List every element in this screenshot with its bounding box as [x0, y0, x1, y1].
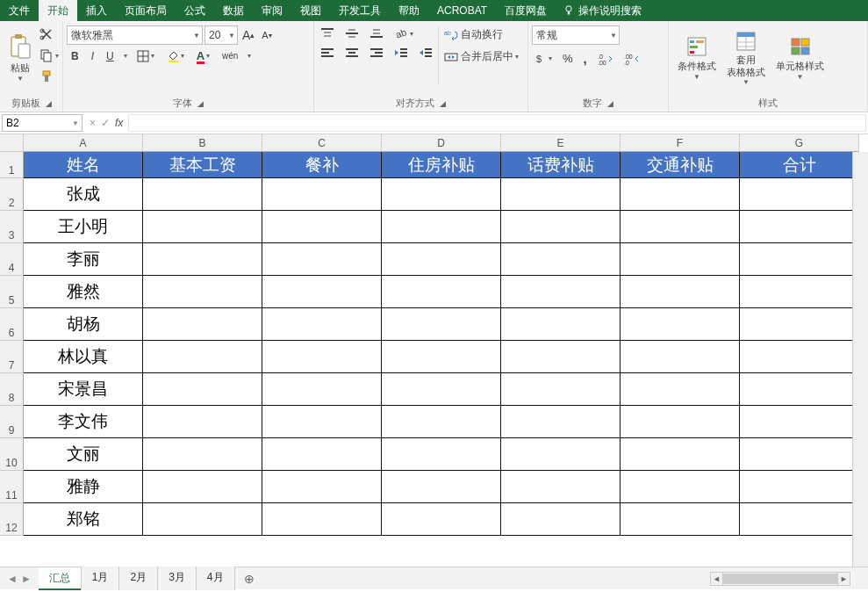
- alignment-dialog-launcher[interactable]: ◢: [440, 99, 446, 108]
- font-name-combo[interactable]: 微软雅黑▼: [67, 25, 203, 45]
- cell[interactable]: [262, 406, 382, 438]
- hscroll-thumb[interactable]: [723, 574, 837, 584]
- borders-button[interactable]: ▾: [134, 49, 157, 63]
- cell[interactable]: 李丽: [24, 243, 143, 276]
- cell[interactable]: [621, 503, 740, 536]
- menu-tab-view[interactable]: 视图: [291, 0, 330, 21]
- italic-button[interactable]: I: [89, 49, 97, 63]
- cell[interactable]: [262, 308, 382, 341]
- accounting-format-button[interactable]: $▾: [532, 52, 555, 66]
- menu-tab-devtools[interactable]: 开发工具: [330, 0, 390, 21]
- cell[interactable]: [501, 503, 621, 536]
- menu-tab-insert[interactable]: 插入: [77, 0, 116, 21]
- cell[interactable]: [501, 471, 621, 503]
- cell[interactable]: [382, 503, 501, 536]
- menu-tab-data[interactable]: 数据: [214, 0, 253, 21]
- header-cell[interactable]: 话费补贴: [501, 152, 621, 178]
- wrap-text-button[interactable]: ab自动换行: [441, 26, 521, 43]
- cell[interactable]: [621, 243, 740, 276]
- cell[interactable]: [621, 178, 740, 211]
- cell[interactable]: [143, 243, 262, 276]
- sheet-tab[interactable]: 4月: [197, 567, 235, 590]
- cell[interactable]: [740, 243, 859, 276]
- number-dialog-launcher[interactable]: ◢: [607, 99, 613, 108]
- hscroll-right[interactable]: ►: [837, 573, 850, 585]
- cell[interactable]: [501, 211, 621, 243]
- cell[interactable]: [382, 406, 501, 438]
- cell[interactable]: [262, 373, 382, 406]
- tell-me-search[interactable]: 操作说明搜索: [563, 4, 642, 18]
- paste-button[interactable]: 粘贴 ▼: [4, 23, 37, 93]
- cell[interactable]: [262, 276, 382, 308]
- col-header-B[interactable]: B: [143, 134, 262, 152]
- cell[interactable]: [262, 341, 382, 373]
- select-all-corner[interactable]: [0, 134, 24, 152]
- cell[interactable]: [501, 308, 621, 341]
- cell[interactable]: [740, 406, 859, 438]
- cell[interactable]: [740, 373, 859, 406]
- col-header-E[interactable]: E: [501, 134, 621, 152]
- sheet-tab[interactable]: 1月: [82, 567, 120, 590]
- font-size-combo[interactable]: 20▼: [204, 25, 238, 45]
- cell[interactable]: [382, 178, 501, 211]
- cell[interactable]: [621, 211, 740, 243]
- menu-tab-acrobat[interactable]: ACROBAT: [428, 0, 496, 21]
- tab-nav-next[interactable]: ►: [21, 573, 32, 585]
- cell[interactable]: [143, 341, 262, 373]
- header-cell[interactable]: 姓名: [24, 152, 143, 178]
- header-cell[interactable]: 基本工资: [143, 152, 262, 178]
- header-cell[interactable]: 住房补贴: [382, 152, 501, 178]
- cell[interactable]: [501, 373, 621, 406]
- font-color-button[interactable]: A▾: [194, 48, 212, 63]
- cell[interactable]: [143, 308, 262, 341]
- cell[interactable]: [382, 308, 501, 341]
- spreadsheet-grid[interactable]: ABCDEFG 123456789101112 姓名基本工资餐补住房补贴话费补贴…: [0, 134, 868, 567]
- clipboard-dialog-launcher[interactable]: ◢: [46, 99, 52, 108]
- merge-center-button[interactable]: 合并后居中▾: [441, 48, 521, 65]
- cell[interactable]: [501, 243, 621, 276]
- cell[interactable]: [740, 341, 859, 373]
- phonetic-button[interactable]: wén: [219, 50, 240, 61]
- row-header-1[interactable]: 1: [0, 152, 24, 178]
- menu-tab-baidu[interactable]: 百度网盘: [496, 0, 556, 21]
- row-header-2[interactable]: 2: [0, 178, 24, 211]
- comma-button[interactable]: ,: [581, 50, 590, 67]
- row-header-12[interactable]: 12: [0, 503, 24, 536]
- number-format-combo[interactable]: 常规▼: [532, 25, 620, 45]
- cell[interactable]: [621, 438, 740, 471]
- cell[interactable]: [262, 471, 382, 503]
- cell[interactable]: 宋景昌: [24, 373, 143, 406]
- conditional-format-button[interactable]: 条件格式▼: [672, 23, 721, 93]
- increase-decimal-button[interactable]: .0.00: [595, 52, 616, 66]
- cell[interactable]: [501, 341, 621, 373]
- cell[interactable]: [143, 406, 262, 438]
- menu-tab-help[interactable]: 帮助: [390, 0, 428, 21]
- align-right-button[interactable]: [367, 46, 386, 60]
- align-left-button[interactable]: [318, 46, 337, 60]
- cell[interactable]: [262, 178, 382, 211]
- cell[interactable]: 王小明: [24, 211, 143, 243]
- cell[interactable]: [740, 438, 859, 471]
- cell[interactable]: [143, 178, 262, 211]
- cell[interactable]: [143, 438, 262, 471]
- format-as-table-button[interactable]: 套用 表格格式▼: [721, 23, 771, 93]
- menu-tab-layout[interactable]: 页面布局: [116, 0, 176, 21]
- menu-tab-home[interactable]: 开始: [39, 0, 77, 21]
- formula-cancel-button[interactable]: ×: [90, 117, 96, 129]
- vertical-scrollbar[interactable]: [852, 152, 868, 567]
- menu-tab-review[interactable]: 审阅: [253, 0, 291, 21]
- fx-button[interactable]: fx: [115, 117, 123, 129]
- menu-tab-formulas[interactable]: 公式: [176, 0, 214, 21]
- cell[interactable]: [501, 406, 621, 438]
- align-middle-button[interactable]: [342, 26, 362, 40]
- sheet-tab[interactable]: 2月: [119, 567, 158, 590]
- header-cell[interactable]: 餐补: [262, 152, 382, 178]
- row-header-9[interactable]: 9: [0, 406, 24, 438]
- cell[interactable]: [740, 178, 859, 211]
- col-header-C[interactable]: C: [262, 134, 382, 152]
- header-cell[interactable]: 交通补贴: [621, 152, 740, 178]
- align-center-button[interactable]: [342, 46, 362, 60]
- cell[interactable]: [621, 406, 740, 438]
- cell[interactable]: [262, 438, 382, 471]
- cell[interactable]: [621, 308, 740, 341]
